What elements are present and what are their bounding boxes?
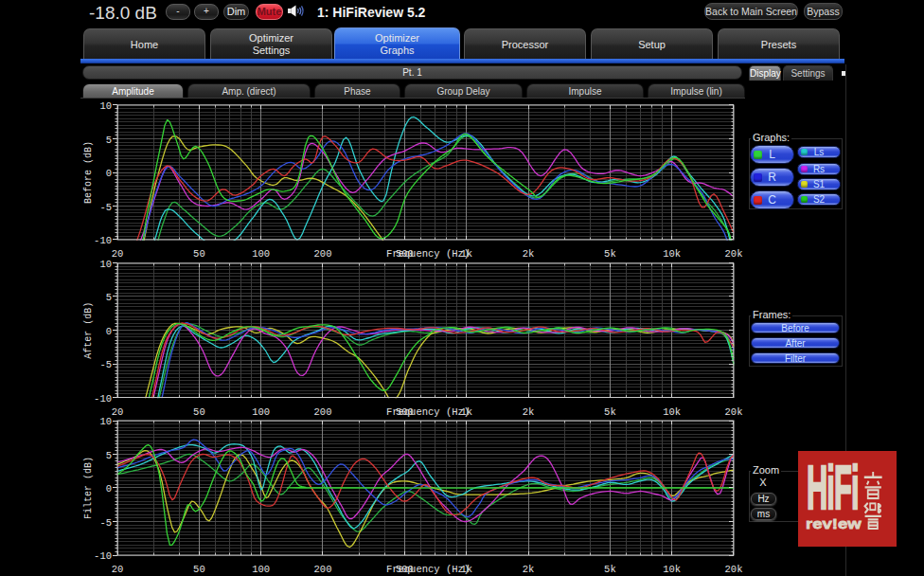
svg-text:50: 50 bbox=[193, 248, 205, 260]
svg-text:5k: 5k bbox=[604, 406, 616, 418]
svg-text:-10: -10 bbox=[94, 393, 112, 405]
svg-text:200: 200 bbox=[314, 406, 332, 418]
svg-text:5: 5 bbox=[106, 450, 112, 461]
svg-text:-5: -5 bbox=[99, 359, 112, 370]
svg-text:10k: 10k bbox=[663, 406, 681, 418]
svg-text:5k: 5k bbox=[604, 248, 616, 260]
svg-text:10k: 10k bbox=[663, 248, 681, 260]
svg-text:100: 100 bbox=[252, 248, 270, 260]
svg-text:-10: -10 bbox=[94, 550, 112, 562]
svg-text:200: 200 bbox=[314, 564, 332, 575]
svg-text:20: 20 bbox=[112, 406, 124, 418]
svg-text:-10: -10 bbox=[94, 235, 112, 246]
svg-text:20: 20 bbox=[112, 564, 124, 575]
svg-text:0: 0 bbox=[106, 483, 112, 495]
svg-text:50: 50 bbox=[193, 564, 205, 575]
svg-text:10: 10 bbox=[99, 100, 112, 112]
svg-text:0: 0 bbox=[106, 326, 112, 337]
svg-text:20: 20 bbox=[112, 248, 124, 260]
svg-text:5: 5 bbox=[106, 292, 112, 303]
svg-text:Frequency (Hz): Frequency (Hz) bbox=[386, 564, 470, 575]
svg-text:20k: 20k bbox=[725, 406, 743, 418]
svg-text:Filter (dB): Filter (dB) bbox=[83, 457, 94, 519]
svg-text:0: 0 bbox=[106, 168, 112, 179]
svg-text:10: 10 bbox=[99, 416, 112, 427]
svg-text:-5: -5 bbox=[99, 517, 112, 529]
svg-text:-5: -5 bbox=[99, 202, 112, 213]
svg-text:2k: 2k bbox=[523, 564, 535, 575]
svg-text:50: 50 bbox=[193, 406, 205, 418]
svg-text:2k: 2k bbox=[523, 248, 535, 260]
svg-text:20k: 20k bbox=[725, 564, 743, 575]
svg-text:10k: 10k bbox=[663, 564, 681, 575]
svg-text:200: 200 bbox=[314, 248, 332, 260]
svg-text:After (dB): After (dB) bbox=[83, 302, 94, 359]
svg-text:Frequency (Hz): Frequency (Hz) bbox=[386, 248, 470, 260]
svg-text:20k: 20k bbox=[725, 248, 743, 260]
svg-text:100: 100 bbox=[252, 406, 270, 418]
svg-text:100: 100 bbox=[252, 564, 270, 575]
svg-text:Before (dB): Before (dB) bbox=[83, 141, 94, 204]
svg-text:2k: 2k bbox=[523, 406, 535, 418]
svg-text:Frequency (Hz): Frequency (Hz) bbox=[386, 406, 470, 418]
svg-text:5: 5 bbox=[106, 135, 112, 146]
svg-text:10: 10 bbox=[99, 259, 112, 270]
svg-text:5k: 5k bbox=[604, 564, 616, 575]
